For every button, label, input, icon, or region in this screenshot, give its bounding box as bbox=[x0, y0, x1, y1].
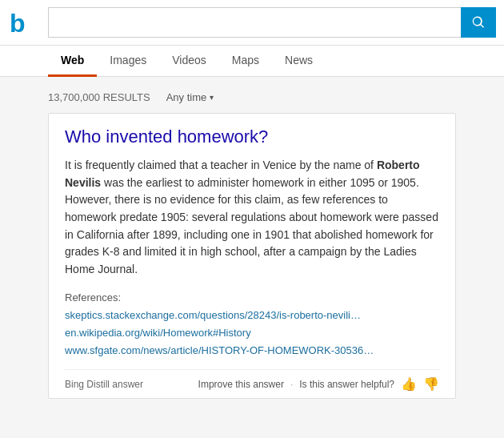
reference-link-1[interactable]: skeptics.stackexchange.com/questions/282… bbox=[65, 307, 439, 324]
results-area: 13,700,000 RESULTS Any time ▾ Who invent… bbox=[0, 77, 504, 407]
search-box-wrapper: who invented homework bbox=[48, 7, 496, 38]
footer-divider: · bbox=[290, 379, 293, 390]
answer-card: Who invented homework? It is frequently … bbox=[48, 113, 456, 399]
tab-web[interactable]: Web bbox=[48, 46, 97, 77]
card-footer: Bing Distill answer Improve this answer … bbox=[65, 369, 439, 398]
header: b who invented homework bbox=[0, 0, 504, 46]
time-filter[interactable]: Any time ▾ bbox=[166, 91, 214, 103]
references-section: References: skeptics.stackexchange.com/q… bbox=[65, 291, 439, 360]
tab-maps[interactable]: Maps bbox=[219, 46, 272, 77]
tab-news[interactable]: News bbox=[272, 46, 326, 77]
answer-title: Who invented homework? bbox=[65, 127, 439, 147]
bold-roberto: Roberto Nevilis bbox=[65, 159, 420, 189]
footer-distill-label: Bing Distill answer bbox=[65, 379, 143, 390]
search-icon bbox=[471, 15, 486, 30]
results-meta: 13,700,000 RESULTS Any time ▾ bbox=[48, 91, 456, 103]
footer-right: Improve this answer · Is this answer hel… bbox=[198, 376, 439, 392]
chevron-down-icon: ▾ bbox=[210, 93, 214, 102]
tab-videos[interactable]: Videos bbox=[159, 46, 219, 77]
thumbs-down-icon[interactable]: 👎 bbox=[423, 376, 439, 392]
search-button[interactable] bbox=[461, 7, 496, 38]
answer-text: It is frequently claimed that a teacher … bbox=[65, 157, 439, 279]
search-input[interactable]: who invented homework bbox=[48, 7, 461, 38]
tab-images[interactable]: Images bbox=[97, 46, 159, 77]
reference-link-2[interactable]: en.wikipedia.org/wiki/Homework#History bbox=[65, 324, 439, 342]
svg-text:b: b bbox=[10, 9, 26, 38]
thumbs-up-icon[interactable]: 👍 bbox=[401, 376, 417, 392]
improve-answer-link[interactable]: Improve this answer bbox=[198, 379, 284, 390]
bing-logo: b bbox=[8, 6, 40, 38]
time-filter-label: Any time bbox=[166, 91, 207, 103]
results-count: 13,700,000 RESULTS bbox=[48, 91, 150, 103]
reference-link-3[interactable]: www.sfgate.com/news/article/HISTORY-OF-H… bbox=[65, 342, 439, 360]
helpful-label: Is this answer helpful? bbox=[299, 379, 394, 390]
references-label: References: bbox=[65, 291, 439, 303]
nav-tabs: Web Images Videos Maps News bbox=[0, 46, 504, 77]
